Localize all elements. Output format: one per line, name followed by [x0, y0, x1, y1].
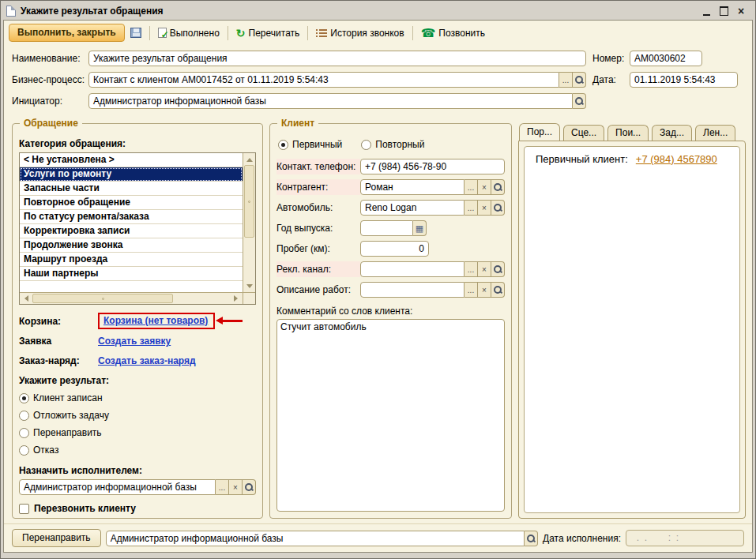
execute-close-button[interactable]: Выполнить, закрыть — [9, 24, 125, 42]
contractor-clear-button[interactable]: × — [478, 179, 491, 195]
redirect-button[interactable]: Перенаправить — [12, 529, 101, 547]
result-option[interactable]: Отказ — [19, 441, 256, 459]
result-option-label: Перенаправить — [33, 427, 102, 438]
tab-lenta[interactable]: Лен... — [695, 125, 735, 141]
magnifier-icon — [494, 286, 502, 294]
tab-poruchenie[interactable]: Пор... — [519, 123, 560, 141]
scroll-up-button[interactable] — [243, 153, 255, 165]
works-choose-button[interactable]: ... — [465, 282, 478, 298]
scroll-track[interactable] — [243, 238, 255, 280]
result-option[interactable]: Перенаправить — [19, 424, 256, 441]
car-choose-button[interactable]: ... — [465, 200, 478, 216]
contractor-choose-button[interactable]: ... — [465, 179, 478, 195]
channel-input[interactable] — [360, 261, 465, 277]
assignee-input[interactable]: Администратор информационной базы — [19, 479, 216, 495]
contractor-magnifier-button[interactable] — [491, 179, 505, 195]
reread-button[interactable]: ↻ Перечитать — [233, 26, 303, 40]
category-item[interactable]: Маршрут проезда — [20, 253, 243, 267]
category-item[interactable]: Запасные части — [20, 182, 243, 196]
scroll-down-button[interactable] — [243, 280, 255, 292]
car-input[interactable]: Reno Logan — [360, 200, 465, 216]
name-input[interactable]: Укажите результат обращения — [88, 51, 586, 66]
assignee-magnifier-button[interactable] — [243, 479, 256, 495]
category-item[interactable]: < Не установлена > — [20, 153, 243, 167]
process-magnifier-button[interactable] — [573, 72, 586, 88]
comment-textarea[interactable]: Стучит автомобиль — [276, 319, 505, 512]
category-item[interactable]: Корректировка записи — [20, 224, 243, 238]
tab-scenario[interactable]: Сце... — [563, 125, 604, 141]
redirect-magnifier-button[interactable] — [525, 531, 538, 546]
radio-icon[interactable] — [19, 445, 29, 456]
process-row: Бизнес-процесс: Контакт с клиентом АМ001… — [12, 71, 744, 88]
date-input[interactable]: 01.11.2019 5:54:43 — [630, 72, 738, 88]
vertical-scroll-thumb[interactable] — [244, 165, 254, 238]
car-clear-button[interactable]: × — [478, 200, 491, 216]
horizontal-scrollbar[interactable] — [20, 292, 243, 304]
radio-icon[interactable] — [19, 428, 29, 438]
callback-row[interactable]: Перезвонить клиенту — [19, 503, 256, 514]
create-claim-link[interactable]: Создать заявку — [98, 336, 171, 347]
scroll-track[interactable] — [173, 293, 230, 304]
save-icon — [130, 28, 141, 38]
redirect-input[interactable]: Администратор информационной базы — [106, 531, 525, 546]
create-workorder-link[interactable]: Создать заказ-наряд — [98, 355, 196, 366]
radio-icon[interactable] — [19, 411, 29, 421]
category-item[interactable]: Продолжение звонка — [20, 238, 243, 253]
radio-checked-icon[interactable] — [19, 393, 29, 403]
channel-clear-button[interactable]: × — [478, 261, 491, 277]
channel-magnifier-button[interactable] — [491, 261, 505, 277]
year-picker-button[interactable]: ▦ — [413, 220, 427, 236]
tab-poisk[interactable]: Пои... — [607, 125, 649, 141]
claim-row: Заявка Создать заявку — [19, 333, 256, 349]
basket-link[interactable]: Корзина (нет товаров) — [103, 315, 208, 326]
mileage-input[interactable]: 0 — [360, 241, 429, 257]
save-button[interactable] — [127, 26, 145, 39]
category-item-clipped[interactable] — [20, 281, 243, 292]
number-input[interactable]: AM0030602 — [630, 51, 702, 66]
scroll-left-button[interactable] — [20, 293, 32, 304]
scroll-right-button[interactable] — [230, 293, 243, 304]
toolbar-separator — [307, 26, 308, 40]
works-input[interactable] — [360, 282, 465, 298]
done-button[interactable]: Выполнено — [155, 26, 223, 40]
due-date-input[interactable]: . . : : — [626, 530, 744, 546]
client-phone-link[interactable]: +7 (984) 4567890 — [636, 153, 717, 165]
radio-checked-icon[interactable] — [278, 140, 288, 150]
channel-choose-button[interactable]: ... — [465, 261, 478, 277]
category-item-selected[interactable]: Услуги по ремонту — [20, 167, 243, 182]
radio-icon[interactable] — [361, 140, 371, 150]
vertical-scrollbar[interactable] — [243, 153, 255, 292]
call-history-button[interactable]: История звонков — [313, 26, 407, 40]
toolbar-separator — [228, 26, 228, 40]
phone-input[interactable]: +7 (984) 456-78-90 — [360, 159, 505, 174]
checkbox-icon[interactable] — [19, 504, 29, 514]
maximize-icon[interactable] — [718, 6, 729, 17]
category-listbox: < Не установлена > Услуги по ремонту Зап… — [19, 152, 256, 305]
result-option[interactable]: Отложить задачу — [19, 407, 256, 424]
contractor-input[interactable]: Роман — [360, 179, 465, 195]
year-input[interactable] — [360, 220, 413, 236]
process-input[interactable]: Контакт с клиентом АМ0017452 от 01.11.20… — [88, 72, 559, 88]
assignee-choose-button[interactable]: ... — [216, 479, 229, 495]
car-magnifier-button[interactable] — [491, 200, 505, 216]
result-option[interactable]: Клиент записан — [19, 389, 256, 407]
minimize-icon[interactable] — [701, 6, 712, 17]
category-item[interactable]: Повторное обращение — [20, 196, 243, 210]
category-item[interactable]: Наши партнеры — [20, 267, 243, 281]
initiator-magnifier-button[interactable] — [573, 93, 586, 109]
call-button[interactable]: ☎ Позвонить — [418, 26, 488, 40]
category-item[interactable]: По статусу ремонта/заказа — [20, 210, 243, 224]
grid-icon: ▦ — [416, 223, 423, 234]
repeat-option[interactable]: Повторный — [361, 136, 424, 153]
works-magnifier-button[interactable] — [491, 282, 505, 298]
primary-option[interactable]: Первичный — [278, 136, 342, 153]
close-icon[interactable]: × — [735, 6, 747, 17]
process-choose-button[interactable]: ... — [559, 72, 573, 88]
primary-client-line: Первичный клиент: +7 (984) 4567890 — [536, 153, 728, 165]
horizontal-scroll-thumb[interactable] — [32, 294, 173, 303]
tab-zadachi[interactable]: Зад... — [652, 125, 692, 141]
initiator-input[interactable]: Администратор информационной базы — [88, 93, 573, 109]
assignee-clear-button[interactable]: × — [229, 479, 243, 495]
works-row: Описание работ: ... × — [276, 282, 505, 298]
works-clear-button[interactable]: × — [478, 282, 491, 298]
